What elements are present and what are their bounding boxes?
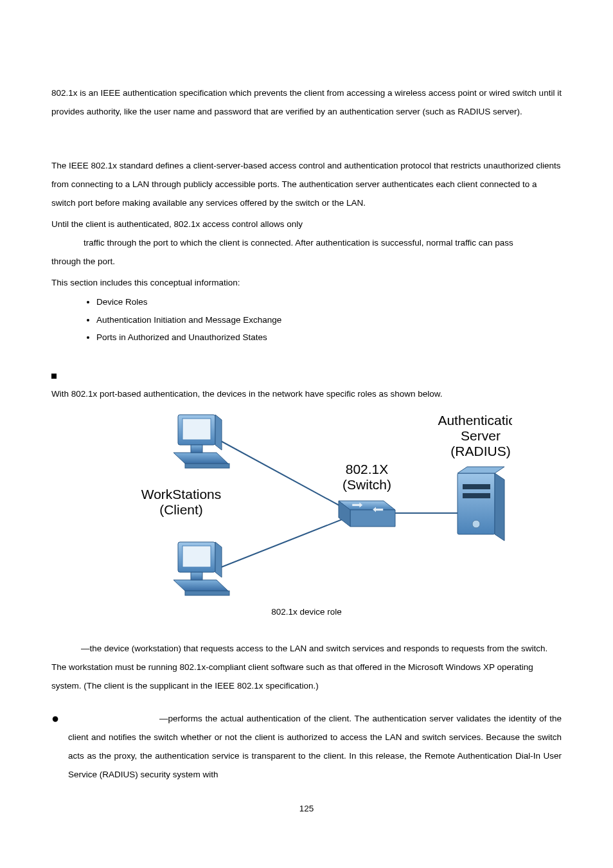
page-number: 125: [51, 799, 562, 818]
diagram-802-1x-roles: WorkStations (Client) 802.1X (Switch) Au…: [51, 406, 562, 599]
workstation-icon: [173, 542, 229, 595]
list-item: Device Roles: [96, 293, 562, 311]
figure-label-server-l3: (RADIUS): [450, 444, 510, 458]
svg-rect-7: [191, 445, 202, 453]
figure-label-switch-l1: 802.1X: [346, 462, 389, 476]
concept-list: Device Roles Authentication Initiation a…: [51, 293, 562, 347]
svg-rect-13: [463, 484, 490, 489]
svg-line-1: [220, 518, 345, 568]
figure-label-workstations-l1: WorkStations: [141, 487, 222, 502]
paragraph-ieee-standard: The IEEE 802.1x standard defines a clien…: [51, 156, 562, 212]
bullet-dot-icon: ●: [51, 709, 59, 784]
svg-rect-8: [185, 591, 229, 595]
svg-rect-10: [182, 546, 211, 567]
paragraph-until-auth-line1: Until the client is authenticated, 802.1…: [51, 215, 562, 233]
figure-label-server-l1: Authentication: [438, 413, 512, 428]
svg-rect-11: [191, 572, 202, 580]
paragraph-intro: 802.1x is an IEEE authentication specifi…: [51, 84, 562, 121]
square-bullet-marker: [51, 366, 562, 384]
paragraph-auth-server-def: —performs the actual authentication of t…: [68, 714, 562, 779]
paragraph-roles-intro: With 802.1x port-based authentication, t…: [51, 384, 562, 403]
svg-point-15: [472, 520, 480, 528]
figure-label-workstations-l2: (Client): [159, 502, 203, 517]
paragraph-until-auth-line3: through the port.: [51, 252, 562, 271]
paragraph-section-includes: This section includes this conceptual in…: [51, 273, 562, 292]
svg-rect-14: [463, 493, 490, 498]
svg-rect-6: [182, 419, 211, 440]
figure-label-server-l2: Server: [461, 428, 501, 443]
paragraph-until-auth-line2: traffic through the port to which the cl…: [51, 233, 562, 252]
svg-rect-4: [185, 464, 229, 468]
svg-line-0: [220, 440, 345, 509]
paragraph-client-def: —the device (workstation) that requests …: [51, 639, 562, 695]
server-icon: [458, 467, 504, 541]
bullet-auth-server: ● —performs the actual authentication of…: [51, 709, 562, 784]
figure-caption: 802.1x device role: [51, 602, 562, 621]
list-item: Ports in Authorized and Unauthorized Sta…: [96, 329, 562, 347]
workstation-icon: [173, 415, 229, 468]
document-page: 802.1x is an IEEE authentication specifi…: [0, 0, 613, 856]
figure-label-switch-l2: (Switch): [342, 477, 391, 492]
list-item: Authentication Initiation and Message Ex…: [96, 311, 562, 329]
svg-rect-3: [173, 453, 228, 457]
switch-icon: [339, 501, 395, 527]
